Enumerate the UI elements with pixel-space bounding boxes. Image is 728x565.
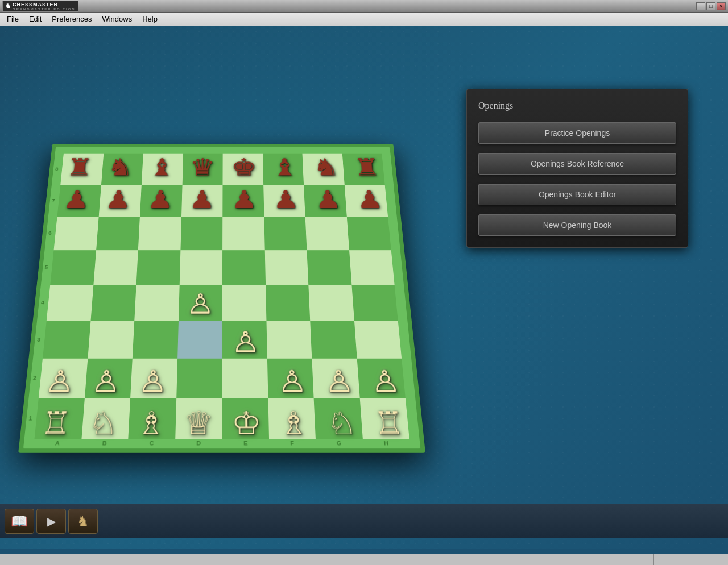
board-cell[interactable] (130, 359, 177, 398)
board-cell[interactable] (310, 321, 357, 358)
row-label-2: 2 (33, 375, 37, 381)
openings-book-editor-button[interactable]: Openings Book Editor (478, 184, 676, 205)
board-cell[interactable] (222, 154, 263, 185)
board-grid (34, 154, 409, 439)
board-cell[interactable] (134, 285, 179, 321)
board-cell[interactable] (181, 185, 223, 217)
col-label-b: B (102, 440, 107, 446)
board-cell[interactable] (60, 154, 103, 185)
board-cell[interactable] (354, 321, 402, 358)
board-cell[interactable] (351, 285, 398, 321)
menu-file[interactable]: File (2, 14, 23, 24)
board-cell[interactable] (43, 321, 90, 358)
menu-help[interactable]: Help (138, 14, 162, 24)
board-col-labels: A B C D E F G H (34, 440, 410, 446)
col-label-h: H (384, 440, 389, 446)
board-cell[interactable] (222, 285, 266, 321)
board-cell[interactable] (88, 321, 134, 358)
board-cell[interactable] (264, 217, 307, 250)
board-cell[interactable] (312, 359, 359, 398)
close-button[interactable]: × (717, 2, 726, 10)
chess-board-container: 8 7 6 5 4 3 2 1 A B C D E F G (11, 49, 444, 464)
title-bar-left: ♞ CHESSMASTER GRANDMASTER EDITION (2, 1, 78, 12)
status-right (654, 554, 728, 565)
board-cell[interactable] (50, 250, 96, 285)
board-cell[interactable] (303, 154, 345, 185)
board-cell[interactable] (93, 250, 138, 285)
board-cell[interactable] (359, 398, 410, 439)
board-cell[interactable] (136, 250, 180, 285)
board-cell[interactable] (266, 285, 311, 321)
menu-windows[interactable]: Windows (97, 14, 136, 24)
board-cell[interactable] (264, 250, 308, 285)
col-label-d: D (196, 440, 201, 446)
board-cell[interactable] (266, 321, 312, 358)
board-cell[interactable] (344, 185, 388, 217)
board-cell[interactable] (34, 398, 84, 439)
board-cell[interactable] (267, 359, 313, 398)
board-cell[interactable] (47, 285, 93, 321)
maximize-button[interactable]: □ (706, 2, 715, 10)
board-cell[interactable] (314, 398, 363, 439)
board-cell[interactable] (175, 398, 222, 439)
col-label-g: G (336, 440, 341, 446)
row-label-3: 3 (37, 336, 41, 342)
book-button[interactable]: 📖 (5, 509, 34, 534)
board-cell[interactable] (85, 359, 133, 398)
board-cell[interactable] (98, 185, 142, 217)
board-cell[interactable] (357, 359, 406, 398)
board-cell[interactable] (346, 217, 391, 250)
board-cell[interactable] (305, 217, 349, 250)
board-cell[interactable] (140, 185, 182, 217)
row-label-6: 6 (48, 231, 52, 236)
board-cell[interactable] (179, 250, 222, 285)
row-label-7: 7 (52, 198, 55, 203)
new-opening-book-button[interactable]: New Opening Book (478, 214, 676, 236)
logo-knight-icon: ♞ (5, 2, 11, 10)
board-cell[interactable] (222, 321, 267, 358)
board-cell[interactable] (222, 185, 264, 217)
board-cell[interactable] (222, 398, 268, 439)
col-label-f: F (290, 440, 294, 446)
status-left (0, 554, 540, 565)
board-cell[interactable] (182, 154, 222, 185)
menu-preferences[interactable]: Preferences (47, 14, 96, 24)
board-cell[interactable] (90, 285, 136, 321)
practice-openings-button[interactable]: Practice Openings (478, 122, 676, 144)
board-cell[interactable] (54, 217, 99, 250)
board-cell[interactable] (180, 217, 222, 250)
board-cell[interactable] (304, 185, 346, 217)
board-cell[interactable] (263, 185, 305, 217)
play-button[interactable]: ▶ (36, 509, 66, 534)
app-subtitle: GRANDMASTER EDITION (13, 7, 76, 11)
board-cell[interactable] (133, 321, 179, 358)
knight-button[interactable]: ♞ (68, 509, 98, 534)
board-cell[interactable] (81, 398, 130, 439)
board-cell[interactable] (57, 185, 101, 217)
board-cell[interactable] (263, 154, 304, 185)
board-cell[interactable] (138, 217, 181, 250)
board-cell[interactable] (349, 250, 395, 285)
board-cell[interactable] (96, 217, 140, 250)
board-cell[interactable] (176, 359, 222, 398)
openings-book-reference-button[interactable]: Openings Book Reference (478, 153, 676, 175)
board-cell[interactable] (177, 321, 222, 358)
board-cell[interactable] (268, 398, 316, 439)
menu-edit[interactable]: Edit (24, 14, 46, 24)
board-cell[interactable] (222, 217, 264, 250)
col-label-e: E (243, 440, 247, 446)
board-cell[interactable] (222, 359, 268, 398)
board-cell[interactable] (101, 154, 143, 185)
chess-board[interactable]: 8 7 6 5 4 3 2 1 A B C D E F G (18, 144, 425, 453)
board-cell[interactable] (342, 154, 384, 185)
minimize-button[interactable]: _ (696, 2, 705, 10)
board-cell[interactable] (179, 285, 222, 321)
board-cell[interactable] (39, 359, 88, 398)
board-cell[interactable] (142, 154, 183, 185)
board-cell[interactable] (307, 250, 351, 285)
row-label-4: 4 (41, 300, 45, 305)
window-controls: _ □ × (696, 2, 726, 10)
board-cell[interactable] (128, 398, 176, 439)
board-cell[interactable] (308, 285, 354, 321)
board-cell[interactable] (222, 250, 266, 285)
